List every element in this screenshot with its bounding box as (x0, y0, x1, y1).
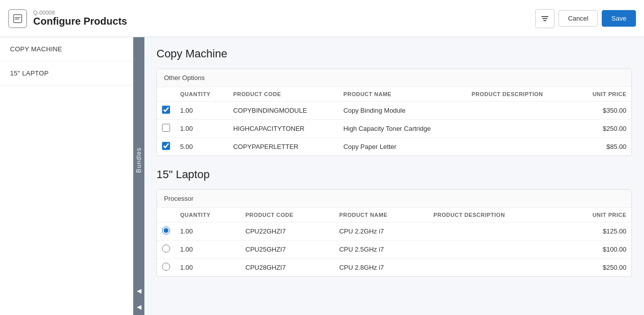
svg-rect-0 (14, 15, 22, 23)
row-name: High Capacity Toner Cartridge (338, 120, 466, 138)
row-select[interactable] (157, 102, 175, 120)
row-price: $100.00 (560, 241, 631, 259)
table-row: 1.00 CPU22GHZI7 CPU 2.2GHz i7 $125.00 (157, 222, 631, 241)
row-code: CPU25GHZI7 (240, 241, 334, 259)
header-left: Q-00008 Configure Products (8, 9, 127, 28)
row-description (429, 259, 560, 277)
col-select (157, 87, 175, 102)
quote-number: Q-00008 (33, 10, 127, 16)
row-name: CPU 2.5GHz i7 (334, 241, 428, 259)
row-select[interactable] (157, 120, 175, 138)
row-name: CPU 2.8GHz i7 (334, 259, 428, 277)
row-quantity: 1.00 (175, 102, 228, 120)
row-price: $250.00 (560, 259, 631, 277)
row-quantity: 1.00 (175, 259, 240, 277)
header-title-block: Q-00008 Configure Products (33, 10, 127, 27)
table-row: 1.00 HIGHCAPACITYTONER High Capacity Ton… (157, 120, 631, 138)
copy-machine-title: Copy Machine (156, 47, 632, 60)
laptop-title: 15" Laptop (156, 168, 632, 181)
svg-rect-2 (542, 18, 547, 19)
row-description (466, 120, 574, 138)
app-icon (8, 9, 27, 28)
col-quantity-2: QUANTITY (175, 208, 240, 222)
filter-button[interactable] (535, 9, 554, 28)
col-select-2 (157, 208, 175, 222)
row-description (466, 102, 574, 120)
row-select[interactable] (157, 241, 175, 259)
col-product-code-2: PRODUCT CODE (240, 208, 334, 222)
col-unit-price-2: UNIT PRICE (560, 208, 631, 222)
row-code: CPU22GHZI7 (240, 222, 334, 241)
col-quantity-1: QUANTITY (175, 87, 228, 102)
bundles-panel: Bundles ◀ ◀ (133, 37, 144, 315)
row-price: $125.00 (560, 222, 631, 241)
row-quantity: 1.00 (175, 222, 240, 241)
row-price: $250.00 (574, 120, 631, 138)
col-product-name-2: PRODUCT NAME (334, 208, 428, 222)
row-description (466, 138, 574, 156)
sidebar-item-laptop[interactable]: 15" LAPTOP (0, 61, 133, 86)
processor-header: Processor (157, 190, 631, 208)
row-name: Copy Binding Module (338, 102, 466, 120)
svg-rect-1 (541, 16, 548, 17)
row-code: COPYPAPERLETTER (228, 138, 338, 156)
svg-rect-3 (543, 20, 546, 21)
table-row: 1.00 CPU25GHZI7 CPU 2.5GHz i7 $100.00 (157, 241, 631, 259)
header: Q-00008 Configure Products Cancel Save (0, 0, 644, 37)
bundles-tab[interactable]: Bundles (133, 37, 144, 283)
table-row: 5.00 COPYPAPERLETTER Copy Paper Letter $… (157, 138, 631, 156)
cancel-button[interactable]: Cancel (558, 10, 598, 27)
row-name: CPU 2.2GHz i7 (334, 222, 428, 241)
row-code: HIGHCAPACITYTONER (228, 120, 338, 138)
other-options-card: Other Options QUANTITY PRODUCT CODE PROD… (156, 68, 632, 156)
row-quantity: 5.00 (175, 138, 228, 156)
row-select[interactable] (157, 222, 175, 241)
content-area: Copy Machine Other Options QUANTITY PROD… (144, 37, 644, 315)
col-product-code-1: PRODUCT CODE (228, 87, 338, 102)
row-code: COPYBINDINGMODULE (228, 102, 338, 120)
processor-card: Processor QUANTITY PRODUCT CODE PRODUCT … (156, 189, 632, 277)
row-name: Copy Paper Letter (338, 138, 466, 156)
save-button[interactable]: Save (602, 10, 636, 27)
other-options-table: QUANTITY PRODUCT CODE PRODUCT NAME PRODU… (157, 87, 631, 155)
row-description (429, 222, 560, 241)
col-product-name-1: PRODUCT NAME (338, 87, 466, 102)
other-options-header: Other Options (157, 69, 631, 87)
row-quantity: 1.00 (175, 241, 240, 259)
row-select[interactable] (157, 138, 175, 156)
row-quantity: 1.00 (175, 120, 228, 138)
col-unit-price-1: UNIT PRICE (574, 87, 631, 102)
table-row: 1.00 COPYBINDINGMODULE Copy Binding Modu… (157, 102, 631, 120)
col-product-desc-2: PRODUCT DESCRIPTION (429, 208, 560, 222)
row-description (429, 241, 560, 259)
row-price: $350.00 (574, 102, 631, 120)
main-layout: COPY MACHINE 15" LAPTOP Bundles ◀ ◀ Copy… (0, 37, 644, 315)
sidebar-item-copy-machine[interactable]: COPY MACHINE (0, 37, 133, 61)
bundles-chevron-top[interactable]: ◀ (133, 283, 144, 299)
table-row: 1.00 CPU28GHZI7 CPU 2.8GHz i7 $250.00 (157, 259, 631, 277)
processor-table: QUANTITY PRODUCT CODE PRODUCT NAME PRODU… (157, 208, 631, 276)
page-title: Configure Products (33, 16, 127, 27)
row-price: $85.00 (574, 138, 631, 156)
row-select[interactable] (157, 259, 175, 277)
bundles-label: Bundles (135, 147, 142, 173)
bundles-chevron-bottom[interactable]: ◀ (133, 299, 144, 315)
sidebar: COPY MACHINE 15" LAPTOP (0, 37, 133, 315)
col-product-desc-1: PRODUCT DESCRIPTION (466, 87, 574, 102)
row-code: CPU28GHZI7 (240, 259, 334, 277)
header-right: Cancel Save (535, 9, 636, 28)
